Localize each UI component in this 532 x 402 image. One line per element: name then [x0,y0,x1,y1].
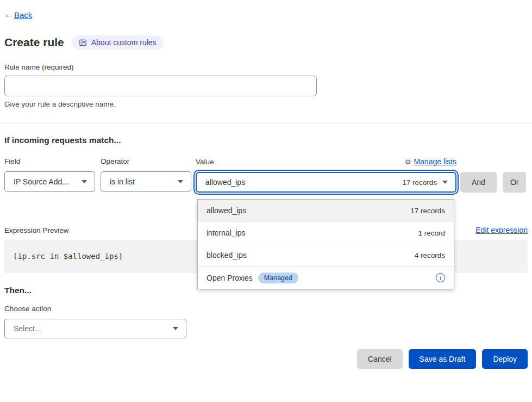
chevron-down-icon [178,180,183,183]
list-option-meta: 4 records [415,251,445,259]
choose-action-placeholder: Select... [14,324,41,333]
title-row: Create rule About custom rules [4,35,528,50]
value-select[interactable]: allowed_ips 17 records [196,172,456,193]
list-option-name: blocked_ips [206,251,247,259]
rule-name-input[interactable] [4,76,317,96]
operator-select-value: is in list [110,177,135,186]
operator-label: Operator [101,157,191,165]
gear-icon [405,158,411,165]
list-option-internal-ips[interactable]: internal_ips 1 record [198,222,454,244]
list-option-name: allowed_ips [206,206,246,215]
save-as-draft-button[interactable]: Save as Draft [409,349,477,369]
managed-badge: Managed [258,273,298,283]
info-icon[interactable] [436,273,445,282]
list-option-allowed-ips[interactable]: allowed_ips 17 records [198,200,454,222]
manage-lists-label: Manage lists [414,157,456,166]
about-custom-rules-label: About custom rules [91,38,157,47]
field-label: Field [4,157,95,165]
back-label: Back [14,10,32,20]
list-option-blocked-ips[interactable]: blocked_ips 4 records [198,244,454,267]
book-icon [79,39,87,47]
deploy-button[interactable]: Deploy [482,349,528,369]
chevron-down-icon [173,327,178,330]
section-divider [0,123,532,123]
create-rule-page: ←Back Create rule About custom rules Rul… [0,0,532,402]
list-option-open-proxies[interactable]: Open Proxies Managed [198,267,454,289]
back-link[interactable]: ←Back [4,10,32,20]
edit-expression-link[interactable]: Edit expression [475,226,528,234]
page-title: Create rule [4,36,64,49]
list-option-meta: 1 record [418,229,445,237]
value-select-right: 17 records [402,178,448,187]
list-option-name: Open Proxies [206,274,253,282]
field-select[interactable]: IP Source Add... [4,171,95,192]
choose-action-label: Choose action [4,305,528,313]
condition-row: Field IP Source Add... Operator is in li… [4,157,528,193]
list-option-name: internal_ips [206,228,246,237]
back-arrow-icon: ← [4,10,13,20]
chevron-down-icon [442,181,448,184]
value-select-meta: 17 records [402,178,437,187]
operator-column: Operator is in list [101,157,191,192]
and-button[interactable]: And [460,172,497,193]
list-option-left: Open Proxies Managed [206,273,298,283]
value-column: Value Manage lists allowed_ips 17 record… [196,157,456,193]
andor-buttons: And Or [460,172,526,193]
value-label: Value [196,158,214,166]
footer-actions: Cancel Save as Draft Deploy [4,349,528,369]
rule-name-helper: Give your rule a descriptive name. [4,100,528,108]
or-button[interactable]: Or [503,172,527,193]
operator-select[interactable]: is in list [101,171,191,192]
manage-lists-link[interactable]: Manage lists [405,157,456,166]
expression-preview-label: Expression Preview [4,226,69,234]
about-custom-rules-link[interactable]: About custom rules [72,35,164,50]
lists-dropdown: allowed_ips 17 records internal_ips 1 re… [197,199,454,289]
chevron-down-icon [82,180,87,183]
list-option-meta: 17 records [410,207,445,215]
match-section-heading: If incoming requests match... [4,135,528,145]
choose-action-select[interactable]: Select... [4,319,186,338]
cancel-button[interactable]: Cancel [357,349,403,369]
value-select-value: allowed_ips [205,178,245,187]
expression-code: (ip.src in $allowed_ips) [13,252,123,261]
rule-name-label: Rule name (required) [4,63,528,71]
value-header: Value Manage lists [196,157,456,166]
field-select-value: IP Source Add... [14,177,68,186]
field-column: Field IP Source Add... [4,157,95,192]
